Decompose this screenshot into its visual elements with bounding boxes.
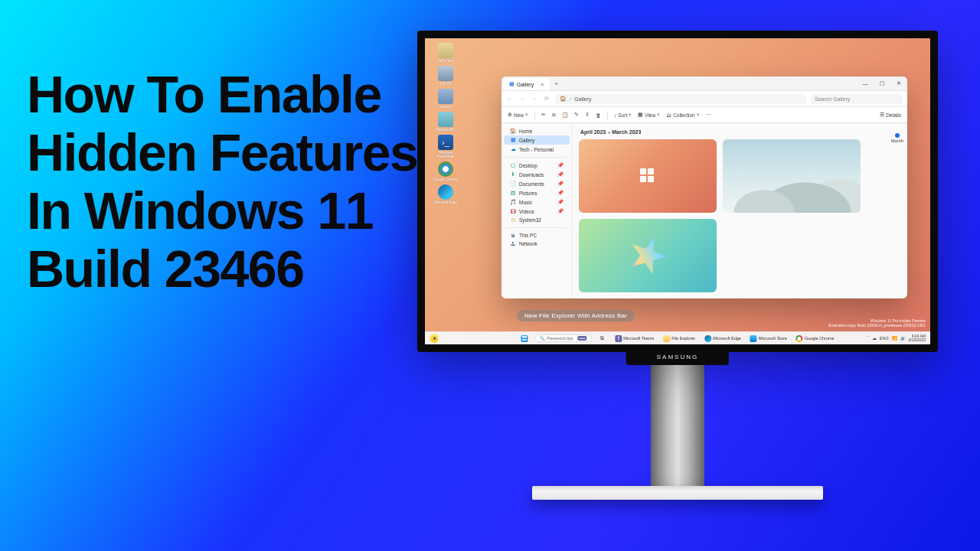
- windows-icon: [521, 335, 528, 342]
- desktop-icon-network[interactable]: Network: [430, 89, 462, 109]
- sidebar-item-onedrive[interactable]: ☁ Tech - Personal: [504, 145, 570, 154]
- hero-line-4: Build 23466: [27, 240, 456, 298]
- desktop-icon-recycle-bin[interactable]: Recycle Bin: [430, 112, 462, 132]
- task-view-button[interactable]: ⧉: [596, 334, 608, 343]
- weather-widget[interactable]: ☀: [430, 334, 439, 343]
- start-button[interactable]: [518, 334, 530, 343]
- cut-button[interactable]: ✂: [541, 112, 546, 118]
- sidebar-item-home[interactable]: 🏠 Home: [504, 126, 570, 135]
- window-controls: — ▢ ✕: [857, 77, 907, 90]
- volume-tray-icon[interactable]: 🔊: [900, 336, 906, 341]
- windows-watermark: Windows 11 Pro Insider Preview Evaluatio…: [828, 318, 926, 328]
- minimize-button[interactable]: —: [857, 77, 874, 90]
- sidebar-item-this-pc[interactable]: 🖥 This PC: [504, 231, 570, 240]
- nav-up-button[interactable]: ↑: [531, 96, 538, 102]
- sidebar-item-documents[interactable]: 📄 Documents 📌: [504, 179, 570, 188]
- pin-icon: 📌: [557, 181, 564, 187]
- taskbar-center: 🔍 Password tips •••• ⧉ T Microsoft Teams…: [518, 332, 836, 344]
- collection-button[interactable]: 🗂 Collection ▾: [666, 112, 700, 118]
- nav-back-button[interactable]: ←: [506, 96, 514, 102]
- sidebar-item-network[interactable]: 🖧 Network: [504, 240, 570, 248]
- search-input[interactable]: Search Gallery: [811, 94, 903, 104]
- taskbar-clock[interactable]: 9:24 AM 6/16/2023: [909, 334, 926, 343]
- desktop-icon-label: This PC: [430, 82, 462, 86]
- sidebar-item-downloads[interactable]: ⬇ Downloads 📌: [504, 170, 570, 179]
- rename-button[interactable]: ✎: [574, 112, 579, 118]
- gallery-pane: April 2023 – March 2023 Month: [573, 123, 907, 298]
- sidebar-item-videos[interactable]: 🎞 Videos 📌: [504, 207, 570, 216]
- taskbar-search[interactable]: 🔍 Password tips ••••: [534, 334, 592, 342]
- desktop-icon-this-pc[interactable]: This PC: [430, 66, 462, 86]
- tab-close-icon[interactable]: ×: [541, 82, 544, 87]
- chrome-icon: [796, 335, 803, 342]
- language-indicator[interactable]: ENG: [880, 336, 889, 341]
- copy-button[interactable]: ⧉: [552, 112, 556, 118]
- teams-icon: T: [615, 335, 622, 342]
- network-icon: [438, 89, 453, 104]
- divider: [506, 157, 567, 158]
- gallery-thumbnail[interactable]: [579, 219, 717, 292]
- desktop-icon-chrome[interactable]: Google Chrome: [430, 161, 462, 181]
- network-icon: 🖧: [510, 241, 516, 246]
- maximize-button[interactable]: ▢: [874, 77, 890, 90]
- taskbar-item-store[interactable]: Microsoft Store: [748, 334, 789, 343]
- sidebar-item-desktop[interactable]: 🖵 Desktop 📌: [504, 161, 570, 170]
- close-button[interactable]: ✕: [890, 77, 907, 90]
- overlay-caption: New File Explorer With Address Bar: [517, 310, 635, 321]
- sidebar-item-pictures[interactable]: 🖼 Pictures 📌: [504, 188, 570, 197]
- window-titlebar[interactable]: ▦ Gallery × + — ▢ ✕: [501, 77, 907, 91]
- cloud-icon: ☁: [510, 146, 516, 152]
- timeline-scrubber[interactable]: Month: [890, 134, 904, 149]
- file-explorer-icon: [663, 335, 670, 342]
- taskbar-item-edge[interactable]: Microsoft Edge: [702, 334, 743, 343]
- taskbar-item-chrome[interactable]: Google Chrome: [794, 334, 837, 343]
- home-icon: 🏠: [510, 128, 516, 134]
- sort-icon: ↕: [614, 112, 616, 118]
- view-button[interactable]: ▦ View ▾: [638, 112, 660, 118]
- chevron-down-icon: ▾: [629, 112, 632, 118]
- taskbar-item-teams[interactable]: T Microsoft Teams: [612, 334, 656, 343]
- videos-icon: 🎞: [510, 209, 516, 214]
- monitor: YaFuCaUo This PC Network Recycle Bin ›_ …: [417, 31, 938, 500]
- pictures-icon: 🖼: [510, 191, 516, 196]
- view-icon: ▦: [638, 112, 643, 118]
- gallery-thumbnail[interactable]: [723, 139, 861, 213]
- sidebar-item-system32[interactable]: 🗀 System32: [504, 216, 570, 224]
- desktop-icon: 🖵: [510, 163, 516, 168]
- breadcrumb-label: Gallery: [574, 96, 591, 102]
- desktop-icon-label: Windows PowerShell: [430, 151, 462, 158]
- delete-button[interactable]: 🗑: [596, 112, 601, 118]
- search-placeholder: Search Gallery: [815, 96, 850, 102]
- sidebar-item-gallery[interactable]: ▦ Gallery: [504, 135, 570, 145]
- desktop-screen: YaFuCaUo This PC Network Recycle Bin ›_ …: [425, 38, 930, 344]
- more-button[interactable]: ⋯: [706, 112, 711, 118]
- new-button[interactable]: ⊕ New ▾: [508, 112, 528, 118]
- nav-forward-button[interactable]: →: [518, 96, 526, 102]
- edge-icon: [438, 184, 453, 200]
- hero-line-1: How To Enable: [27, 65, 456, 123]
- sort-button[interactable]: ↕ Sort ▾: [614, 112, 632, 118]
- monitor-stand-neck: [651, 365, 704, 487]
- search-icon: 🔍: [540, 336, 545, 341]
- nav-refresh-button[interactable]: ⟳: [543, 96, 550, 102]
- desktop-icon-folder[interactable]: YaFuCaUo: [430, 43, 462, 63]
- desktop-icon-label: Google Chrome: [430, 178, 462, 181]
- tray-overflow-button[interactable]: ˄: [867, 336, 869, 341]
- onedrive-tray-icon[interactable]: ☁: [872, 336, 877, 341]
- separator: [607, 111, 608, 119]
- taskbar-item-file-explorer[interactable]: File Explorer: [661, 334, 697, 343]
- breadcrumb[interactable]: 🏠 › Gallery: [555, 94, 806, 104]
- desktop-icon-edge[interactable]: Microsoft Edge: [430, 184, 462, 204]
- pin-icon: 📌: [557, 199, 564, 205]
- window-tab-gallery[interactable]: ▦ Gallery ×: [503, 78, 550, 90]
- share-button[interactable]: ⇪: [585, 112, 590, 118]
- folder-icon: 🗀: [510, 217, 516, 223]
- system-tray: ˄ ☁ ENG 📶 🔊 9:24 AM 6/16/2023: [867, 334, 926, 343]
- sidebar-item-music[interactable]: 🎵 Music 📌: [504, 197, 570, 207]
- desktop-icon-powershell[interactable]: ›_ Windows PowerShell: [430, 135, 462, 158]
- gallery-thumbnail[interactable]: [579, 139, 717, 213]
- network-tray-icon[interactable]: 📶: [892, 336, 897, 341]
- paste-button[interactable]: 📋: [562, 112, 568, 118]
- new-tab-button[interactable]: +: [550, 80, 563, 87]
- details-button[interactable]: ☰ Details: [880, 112, 901, 118]
